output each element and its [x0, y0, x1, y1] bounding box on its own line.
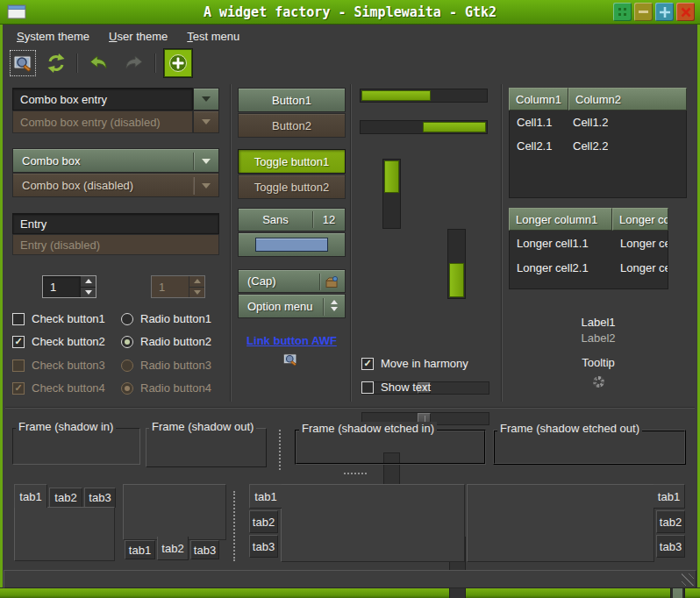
table-row[interactable]: Longer cell3.1 Longer cell3.2: [510, 280, 668, 289]
add-icon: [168, 53, 189, 74]
add-tool-button[interactable]: [164, 49, 192, 77]
menu-user-theme[interactable]: User theme: [102, 27, 175, 46]
menu-system-theme[interactable]: System theme: [10, 27, 96, 46]
window-menu-button[interactable]: [613, 3, 632, 21]
spin-down-button[interactable]: [81, 287, 96, 298]
redo-icon: [122, 53, 145, 74]
close-button[interactable]: [676, 3, 695, 21]
radio-icon: [121, 360, 133, 372]
toggle-button2[interactable]: Toggle button2: [238, 174, 346, 199]
tab-top-1[interactable]: tab1: [14, 484, 47, 508]
combo-box-entry-text[interactable]: Combo box entry: [12, 88, 193, 110]
table-cell: Longer cell2.1: [510, 261, 613, 274]
tab-bottom-1[interactable]: tab1: [125, 540, 155, 559]
combo-box[interactable]: Combo box: [12, 148, 219, 173]
tab-right-3[interactable]: tab3: [656, 535, 685, 558]
table-row[interactable]: Cell2.1 Cell2.2: [510, 134, 686, 158]
frame-shadow-etched-out: [493, 430, 686, 465]
radio-button-1[interactable]: Radio button1: [121, 312, 211, 325]
check-button-3: ✓ Check button3: [12, 359, 105, 372]
table-body[interactable]: Cell1.1 Cell1.2 Cell2.1 Cell2.2: [509, 110, 687, 198]
column-header[interactable]: Column1: [509, 88, 568, 110]
spin-up-button[interactable]: [81, 276, 96, 287]
horizontal-separator: [344, 473, 367, 474]
radio-icon[interactable]: [121, 336, 133, 348]
file-chooser-button[interactable]: (Cap): [238, 269, 346, 293]
refresh-tool-button[interactable]: [44, 51, 68, 75]
color-button[interactable]: [238, 232, 346, 257]
separator: [350, 84, 352, 402]
search-tool-button[interactable]: [10, 50, 36, 76]
tab-left-3[interactable]: tab3: [249, 535, 278, 558]
tab-bottom-3[interactable]: tab3: [190, 540, 219, 559]
link-button[interactable]: Link button AWF: [238, 334, 346, 347]
spin-value[interactable]: 1: [43, 276, 80, 297]
toolbar: [3, 47, 697, 79]
checkbox-icon[interactable]: ✓: [12, 313, 25, 325]
menu-test-menu[interactable]: Test menu: [180, 27, 246, 46]
minimize-icon: [639, 11, 648, 13]
minimize-button[interactable]: [634, 3, 653, 21]
checkbox-icon[interactable]: ✓: [361, 381, 374, 394]
progress-bar-left: [360, 89, 488, 103]
tab-top-2[interactable]: tab2: [49, 488, 82, 508]
text-entry[interactable]: Entry: [12, 213, 219, 234]
table-row[interactable]: Longer cell1.1 Longer cell1.2: [510, 231, 668, 255]
checkbox-icon: ✓: [12, 360, 25, 372]
checkbox-icon[interactable]: ✓: [361, 358, 374, 370]
spin-button[interactable]: 1: [42, 275, 96, 298]
checkbox-icon[interactable]: ✓: [12, 336, 25, 348]
frame-shadow-in: [12, 428, 140, 465]
undo-tool-button[interactable]: [86, 51, 112, 75]
tab-right-1[interactable]: tab1: [654, 484, 685, 509]
font-button[interactable]: Sans 12: [238, 208, 346, 231]
frame-shadow-out: [146, 428, 267, 467]
table-cell: Cell2.1: [510, 139, 566, 153]
chevron-down-icon: [202, 183, 211, 189]
toggle-button1[interactable]: Toggle button1: [238, 149, 346, 174]
cap-label: (Cap): [247, 274, 276, 288]
radio-button-3: Radio button3: [121, 359, 211, 372]
frame-label: Frame (shadow etched in): [299, 422, 437, 435]
combo-box-entry[interactable]: Combo box entry: [12, 88, 219, 110]
arrow-up-icon: [85, 279, 92, 283]
option-menu[interactable]: Option menu: [238, 294, 346, 318]
radio-button-4: Radio button4: [121, 381, 211, 395]
check-button-1[interactable]: ✓ Check button1: [12, 312, 105, 325]
button1[interactable]: Button1: [238, 88, 346, 112]
spinner-icon: [593, 376, 604, 388]
tab-left-2[interactable]: tab2: [249, 510, 278, 533]
move-in-harmony-checkbox[interactable]: ✓ Move in harmony: [361, 357, 468, 370]
combo-box-entry-disabled-dropdown: [193, 110, 219, 133]
separator: [323, 298, 324, 316]
table-cell: Longer cell3.1: [510, 286, 613, 290]
arrow-up-icon: [194, 279, 201, 283]
window-title: A widget factory - Simplewaita - Gtk2: [0, 4, 700, 20]
combo-box-entry-dropdown[interactable]: [193, 88, 219, 110]
tab-left-1[interactable]: tab1: [249, 484, 282, 509]
radio-button-2[interactable]: Radio button2: [121, 335, 211, 348]
option-menu-arrows-icon: [331, 300, 338, 311]
checkbox-icon: ✓: [12, 382, 25, 395]
maximize-button[interactable]: [655, 3, 674, 21]
table-row[interactable]: Cell1.1 Cell1.2: [510, 110, 686, 134]
tab-right-2[interactable]: tab2: [656, 510, 685, 533]
titlebar[interactable]: A widget factory - Simplewaita - Gtk2: [0, 0, 700, 25]
table-body[interactable]: Longer cell1.1 Longer cell1.2 Longer cel…: [509, 231, 668, 289]
tab-top-3[interactable]: tab3: [84, 488, 116, 508]
resize-grip[interactable]: [682, 573, 694, 586]
progress-fill: [384, 160, 399, 193]
column-header[interactable]: Longer column2: [612, 208, 668, 231]
maximize-icon: [659, 6, 671, 18]
column-header[interactable]: Column2: [568, 88, 687, 110]
table-cell: Cell2.2: [566, 139, 608, 153]
column-header[interactable]: Longer column1: [509, 208, 612, 231]
frame-label: Frame (shadow etched out): [497, 422, 642, 435]
tab-bottom-2[interactable]: tab2: [157, 537, 189, 560]
separator: [230, 84, 232, 402]
table-row[interactable]: Longer cell2.1 Longer cell2.2: [510, 255, 668, 280]
progress-fill: [361, 90, 431, 101]
radio-icon[interactable]: [121, 313, 133, 325]
show-text-checkbox[interactable]: ✓ Show text: [361, 381, 431, 394]
check-button-2[interactable]: ✓ Check button2: [12, 335, 105, 348]
